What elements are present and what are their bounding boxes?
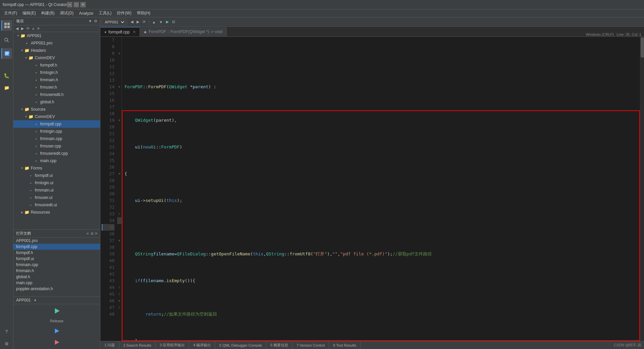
tree-item-frmusercpp[interactable]: ▪ frmuser.cpp	[13, 142, 100, 150]
fold-28[interactable]: ▼	[117, 170, 122, 177]
tab-qml-debugger[interactable]: 5 QML Debugger Console	[215, 341, 266, 349]
tree-item-frmusreditui[interactable]: ▪ frmusredit.ui	[13, 201, 100, 209]
tree-item-frmmainui[interactable]: ▪ frmmain.ui	[13, 187, 100, 194]
debug-run-button[interactable]	[50, 337, 64, 348]
fold-7[interactable]	[117, 37, 122, 43]
fold-14[interactable]: ▼	[117, 84, 122, 90]
tree-nav-fwd[interactable]: ▶	[20, 26, 25, 31]
tree-item-resources[interactable]: ▶ 📁 Resources	[13, 209, 100, 216]
tree-item-maincpp[interactable]: ▪ main.cpp	[13, 157, 100, 164]
tab-version-control[interactable]: 7 Version Control	[293, 341, 329, 349]
menu-file[interactable]: 文件(F)	[1, 10, 20, 17]
tree-item-frmmaincpp[interactable]: ▪ frmmain.cpp	[13, 135, 100, 142]
tree-close[interactable]: ✕	[36, 26, 41, 31]
fold-38[interactable]: ▼	[117, 237, 122, 244]
menu-debug[interactable]: 调试(D)	[57, 10, 76, 17]
tab-search-results[interactable]: 2 Search Results	[119, 341, 156, 349]
tab-breadcrumb-func[interactable]: ◆ FormPDF :: FormPDF(QWidget *) -> void	[140, 27, 227, 36]
sidebar-dropdown[interactable]: ▼	[88, 19, 92, 23]
tree-item-frmlogincpp[interactable]: ▪ frmlogin.cpp	[13, 128, 100, 135]
tree-item-frmuseredith[interactable]: ▪ frmuseredit.h	[13, 91, 100, 98]
sidebar-config[interactable]: ⚙	[94, 19, 97, 23]
activity-help[interactable]: ?	[1, 326, 12, 337]
doc-item-frmmainh[interactable]: frmmain.h	[13, 268, 100, 274]
minimize-button[interactable]: —	[67, 2, 72, 7]
tree-item-sources[interactable]: ▼ 📁 Sources	[13, 106, 100, 113]
doc-item-formpdfui[interactable]: formpdf.ui	[13, 256, 100, 262]
tree-item-formpdfcpp[interactable]: ▪ formpdf.cpp	[13, 120, 100, 128]
doc-item-globalh[interactable]: global.h	[13, 274, 100, 280]
tree-item-frmloginui[interactable]: ▪ frmlogin.ui	[13, 179, 100, 187]
code-content[interactable]: FormPDF::FormPDF(QWidget *parent) : QWid…	[122, 37, 640, 341]
toolbar-stop[interactable]: ⊟	[171, 19, 176, 25]
tab-close[interactable]: ✕	[133, 30, 136, 34]
activity-editor[interactable]	[1, 48, 12, 59]
tree-item-globalh[interactable]: ▪ global.h	[13, 98, 100, 106]
tree-item-formpdfh[interactable]: ▪ formpdf.h	[13, 62, 100, 69]
tab-app-output[interactable]: 3 应用程序输出	[156, 341, 189, 349]
tree-item-app001pro[interactable]: ▪ APP001.pro	[13, 39, 100, 47]
toolbar-build-next[interactable]: ▼	[158, 19, 164, 25]
fold-18	[117, 110, 122, 117]
tree-item-commdev-headers[interactable]: ▼ 📁 CommDEV	[13, 54, 100, 62]
code-line-15: return;//如果文件路径为空则返回	[125, 311, 637, 318]
tree-item-app001[interactable]: ▼ 📁 APP001	[13, 32, 100, 39]
toolbar-run[interactable]: ▶	[165, 19, 170, 25]
fold-48[interactable]: //	[117, 304, 122, 311]
tree-item-frmusercppedit[interactable]: ▪ frmuseredit.cpp	[13, 150, 100, 157]
open-docs-close[interactable]: ✕	[95, 232, 97, 235]
activity-project[interactable]	[1, 20, 12, 31]
activity-project2[interactable]: 📁	[1, 82, 12, 93]
toolbar-refresh[interactable]: ⟳	[141, 19, 147, 25]
fold-45[interactable]: //	[117, 284, 122, 291]
tree-item-forms[interactable]: ▼ 📁 Forms	[13, 164, 100, 172]
doc-item-frmmaincpp[interactable]: frmmain.cpp	[13, 262, 100, 268]
menu-analyze[interactable]: Analyze	[76, 10, 96, 16]
tree-item-frmuserh[interactable]: ▪ frmuser.h	[13, 84, 100, 91]
vertical-scrollbar[interactable]	[640, 37, 644, 341]
tree-item-headers[interactable]: ▼ 📁 Headers	[13, 47, 100, 54]
tree-item-commdev-sources[interactable]: ▼ 📁 CommDEV	[13, 113, 100, 120]
release-button[interactable]: Release	[50, 317, 64, 325]
tab-compile-output[interactable]: 4 编译输出	[189, 341, 215, 349]
doc-item-formpdfcpp[interactable]: formpdf.cpp	[13, 244, 100, 250]
run-button[interactable]	[50, 306, 64, 316]
fold-46[interactable]: //	[117, 291, 122, 298]
tree-nav-back[interactable]: ◀	[15, 26, 19, 31]
toolbar-nav-fwd[interactable]: ▶	[135, 19, 141, 25]
fold-47[interactable]: ▼	[117, 298, 122, 304]
tree-item-formpdfui[interactable]: ▪ formpdf.ui	[13, 172, 100, 179]
maximize-button[interactable]: □	[74, 2, 79, 7]
menu-tools[interactable]: 工具(L)	[96, 10, 114, 17]
tab-problems[interactable]: 1 问题	[100, 341, 119, 349]
activity-settings[interactable]: ⚙	[1, 338, 12, 349]
scrollbar-thumb[interactable]	[641, 37, 644, 57]
toolbar-build-prev[interactable]: ▲	[151, 19, 157, 25]
fold-19[interactable]: ▼	[117, 117, 122, 124]
tree-filter[interactable]: ≡	[31, 26, 35, 31]
menu-edit[interactable]: 编辑(E)	[20, 10, 38, 17]
tab-formpdfcpp[interactable]: ● formpdf.cpp ✕	[100, 27, 140, 36]
fold-34[interactable]: //	[117, 211, 122, 217]
activity-search[interactable]	[1, 35, 12, 45]
toolbar-nav-back[interactable]: ◀	[129, 19, 135, 25]
menu-build[interactable]: 构建(B)	[38, 10, 57, 17]
tab-general-messages[interactable]: 6 概要信息	[266, 341, 293, 349]
tree-item-frmmainh[interactable]: ▪ frmmain.h	[13, 76, 100, 84]
play-button[interactable]	[50, 326, 64, 336]
doc-item-popplerh[interactable]: poppler-annotation.h	[13, 286, 100, 292]
project-select[interactable]: APP001	[102, 19, 126, 25]
menu-controls[interactable]: 控件(W)	[114, 10, 134, 17]
tab-test-results[interactable]: 8 Test Results	[329, 341, 360, 349]
doc-item-app001pro[interactable]: APP001.pro	[13, 238, 100, 244]
open-docs-split[interactable]: ⊟	[91, 232, 93, 235]
tree-sync[interactable]: ⟳	[25, 26, 30, 31]
close-button[interactable]: ✕	[80, 2, 86, 7]
menu-help[interactable]: 帮助(H)	[134, 10, 153, 17]
doc-item-formpdfh[interactable]: formpdf.h	[13, 250, 100, 256]
open-docs-menu[interactable]: ≡	[87, 232, 89, 235]
tree-item-frmloginh[interactable]: ▪ frmlogin.h	[13, 69, 100, 76]
doc-item-maincpp[interactable]: main.cpp	[13, 280, 100, 286]
tree-item-frmuserui[interactable]: ▪ frmuser.ui	[13, 194, 100, 201]
activity-debug[interactable]: 🐛	[1, 70, 12, 81]
